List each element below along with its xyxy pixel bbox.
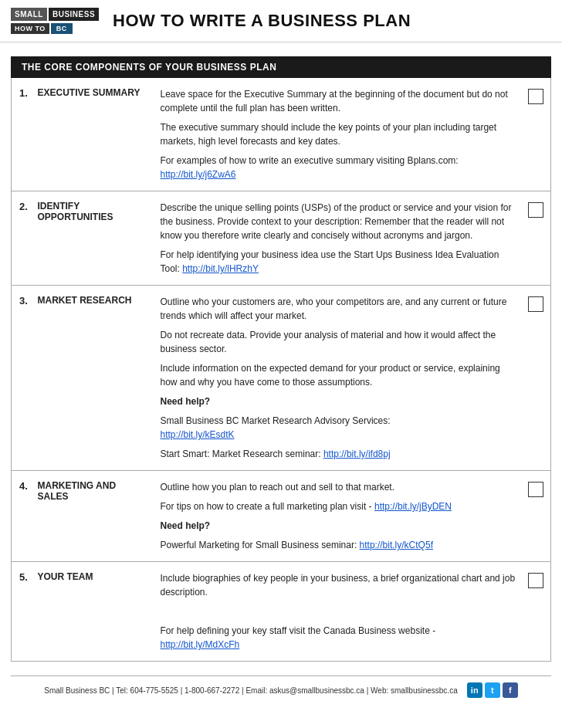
- row-num: 1.: [12, 78, 35, 191]
- checkbox[interactable]: [528, 573, 543, 588]
- row-num: 4.: [12, 471, 35, 562]
- row-title: EXECUTIVE SUMMARY: [35, 78, 154, 191]
- table-row: 3. MARKET RESEARCH Outline who your cust…: [12, 286, 551, 471]
- row-desc: Outline who your customers are, who your…: [154, 286, 522, 471]
- twitter-icon[interactable]: t: [485, 682, 500, 698]
- desc-link[interactable]: http://bit.ly/lHRzhY: [182, 263, 259, 274]
- desc-para: Include biographies of key people in you…: [161, 571, 516, 599]
- row-title: MARKETING AND SALES: [35, 471, 154, 562]
- desc-para: Start Smart: Market Research seminar: ht…: [161, 447, 516, 461]
- desc-para: For tips on how to create a full marketi…: [161, 499, 516, 513]
- row-checkbox-cell: [522, 78, 551, 191]
- checkbox[interactable]: [528, 89, 543, 104]
- desc-link[interactable]: http://bit.ly/kCtQ5f: [360, 540, 433, 550]
- row-num: 5.: [12, 562, 35, 662]
- desc-para: Need help?: [161, 394, 516, 408]
- need-help-label: Need help?: [161, 396, 211, 407]
- need-help-label: Need help?: [161, 520, 211, 531]
- desc-para: The executive summary should include the…: [161, 120, 516, 148]
- row-desc: Describe the unique selling points (USPs…: [154, 191, 522, 286]
- row-desc: Outline how you plan to reach out and se…: [154, 471, 522, 562]
- table-row: 5. YOUR TEAM Include biographies of key …: [12, 562, 551, 662]
- desc-para: Describe the unique selling points (USPs…: [161, 201, 516, 242]
- desc-link[interactable]: http://bit.ly/MdXcFh: [161, 639, 240, 650]
- row-checkbox-cell: [522, 191, 551, 286]
- logo-area: SMALL BUSINESS HOW TO BC: [11, 8, 99, 34]
- row-title: YOUR TEAM: [35, 562, 154, 662]
- footer-text: Small Business BC | Tel: 604-775-5525 | …: [44, 686, 457, 695]
- desc-para: For examples of how to write an executiv…: [161, 154, 516, 181]
- checkbox[interactable]: [528, 202, 543, 218]
- logo-howto-text: HOW TO: [11, 23, 49, 34]
- desc-para: Powerful Marketing for Small Business se…: [161, 538, 516, 552]
- row-num: 3.: [12, 286, 35, 471]
- page-title: HOW TO WRITE A BUSINESS PLAN: [113, 11, 411, 31]
- checkbox[interactable]: [528, 482, 543, 497]
- logo-bc-text: BC: [51, 23, 73, 34]
- desc-para: Small Business BC Market Research Adviso…: [161, 414, 516, 442]
- linkedin-icon[interactable]: in: [467, 682, 482, 698]
- logo-business-text: BUSINESS: [49, 8, 99, 21]
- row-title: MARKET RESEARCH: [35, 286, 154, 471]
- row-checkbox-cell: [522, 471, 551, 562]
- row-desc: Include biographies of key people in you…: [154, 562, 522, 662]
- page-header: SMALL BUSINESS HOW TO BC HOW TO WRITE A …: [0, 0, 562, 42]
- table-row: 1. EXECUTIVE SUMMARY Leave space for the…: [12, 78, 551, 191]
- social-icons: in t f: [467, 682, 518, 698]
- desc-para: For help identifying your business idea …: [161, 248, 516, 276]
- facebook-icon[interactable]: f: [503, 682, 518, 698]
- row-checkbox-cell: [522, 562, 551, 662]
- row-num: 2.: [12, 191, 35, 286]
- table-row: 4. MARKETING AND SALES Outline how you p…: [12, 471, 551, 562]
- desc-link[interactable]: http://bit.ly/jByDEN: [374, 501, 452, 512]
- row-title: IDENTIFYOPPORTUNITIES: [35, 191, 154, 286]
- checkbox[interactable]: [528, 296, 543, 312]
- components-table: 1. EXECUTIVE SUMMARY Leave space for the…: [11, 78, 551, 662]
- page-footer: Small Business BC | Tel: 604-775-5525 | …: [11, 676, 551, 698]
- desc-para: Outline how you plan to reach out and se…: [161, 480, 516, 494]
- desc-para: Outline who your customers are, who your…: [161, 295, 516, 323]
- table-row: 2. IDENTIFYOPPORTUNITIES Describe the un…: [12, 191, 551, 286]
- desc-link[interactable]: http://bit.ly/ifd8pj: [323, 449, 391, 459]
- desc-link[interactable]: http://bit.ly/j6ZwA6: [161, 169, 236, 180]
- desc-para: Do not recreate data. Provide your analy…: [161, 328, 516, 356]
- row-checkbox-cell: [522, 286, 551, 471]
- logo-small-text: SMALL: [11, 8, 47, 21]
- logo-top: SMALL BUSINESS: [11, 8, 99, 21]
- row-desc: Leave space for the Executive Summary at…: [154, 78, 522, 191]
- logo-bottom: HOW TO BC: [11, 23, 99, 34]
- desc-link[interactable]: http://bit.ly/kEsdtK: [161, 429, 235, 440]
- desc-para: [161, 604, 516, 618]
- desc-para: Include information on the expected dema…: [161, 361, 516, 389]
- desc-para: For help defining your key staff visit t…: [161, 624, 516, 652]
- section-header: THE CORE COMPONENTS OF YOUR BUSINESS PLA…: [11, 56, 551, 78]
- desc-para: Need help?: [161, 519, 516, 533]
- desc-para: Leave space for the Executive Summary at…: [161, 87, 516, 115]
